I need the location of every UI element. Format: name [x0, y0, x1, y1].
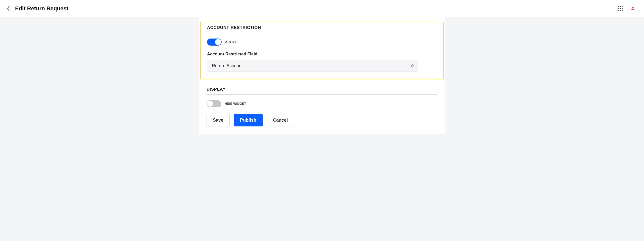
topbar-right: [618, 4, 638, 14]
toggle-knob: [207, 101, 213, 107]
toggle-knob: [215, 39, 221, 45]
active-toggle-label: ACTIVE: [225, 40, 237, 44]
hide-widget-toggle-row: HIDE WIDGET: [207, 100, 437, 107]
account-restricted-field-label: Account Restricted Field: [207, 52, 437, 57]
form-card: ACCOUNT RESTRICTION ACTIVE Account Restr…: [199, 17, 445, 134]
user-avatar[interactable]: [628, 4, 638, 14]
active-toggle[interactable]: [207, 39, 222, 46]
cancel-button[interactable]: Cancel: [267, 114, 294, 126]
back-button[interactable]: [6, 6, 11, 11]
topbar-left: Edit Return Request: [6, 5, 68, 12]
user-icon: [631, 6, 635, 11]
display-section: DISPLAY HIDE WIDGET Save Publish Cancel: [207, 85, 437, 126]
topbar: Edit Return Request: [0, 0, 644, 17]
apps-grid-icon[interactable]: [618, 6, 623, 11]
hide-widget-toggle-label: HIDE WIDGET: [225, 102, 246, 106]
account-restriction-title: ACCOUNT RESTRICTION: [207, 25, 437, 33]
chevron-updown-icon: [411, 64, 414, 67]
chevron-left-icon: [7, 6, 10, 11]
select-value: Return Account: [212, 63, 243, 68]
save-button[interactable]: Save: [207, 114, 230, 126]
page-body: ACCOUNT RESTRICTION ACTIVE Account Restr…: [0, 17, 644, 144]
button-row: Save Publish Cancel: [207, 114, 437, 126]
account-restriction-highlight: ACCOUNT RESTRICTION ACTIVE Account Restr…: [200, 22, 444, 79]
display-title: DISPLAY: [207, 87, 437, 95]
publish-button[interactable]: Publish: [234, 114, 263, 126]
page-title: Edit Return Request: [15, 5, 68, 12]
active-toggle-row: ACTIVE: [207, 39, 437, 46]
hide-widget-toggle[interactable]: [207, 100, 221, 107]
account-restricted-field-select[interactable]: Return Account: [207, 60, 418, 72]
